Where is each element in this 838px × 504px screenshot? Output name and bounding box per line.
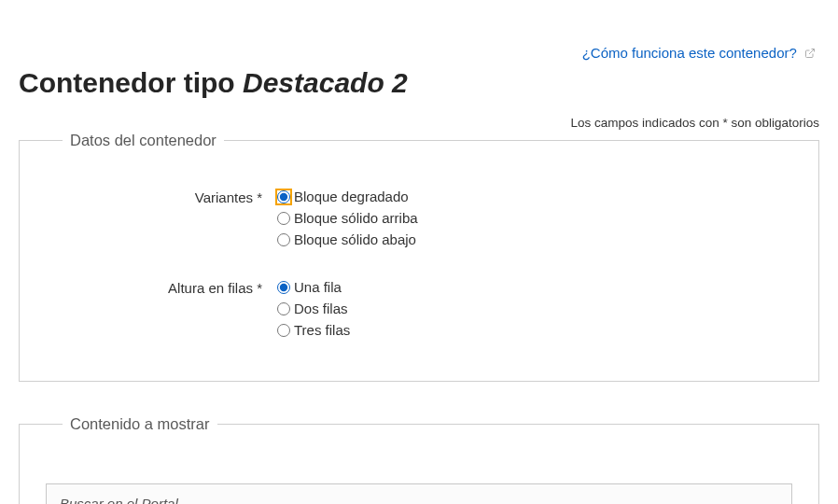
radio-altura-0-label[interactable]: Una fila: [294, 279, 342, 295]
label-altura: Altura en filas *: [46, 279, 277, 343]
svg-line-0: [809, 49, 815, 55]
page-title-pre: Contenedor tipo: [19, 67, 243, 98]
radio-altura-2-input[interactable]: [277, 324, 290, 337]
radio-altura-1-input[interactable]: [277, 302, 290, 315]
search-box[interactable]: [46, 483, 792, 504]
help-link-text: ¿Cómo funciona este contenedor?: [582, 45, 797, 61]
help-link[interactable]: ¿Cómo funciona este contenedor?: [582, 45, 816, 61]
radio-variantes-2-input[interactable]: [277, 233, 290, 246]
required-note: Los campos indicados con * son obligator…: [19, 116, 819, 130]
radio-variantes-1-input[interactable]: [277, 212, 290, 225]
legend-contenido: Contenido a mostrar: [63, 415, 217, 433]
radio-altura-0[interactable]: Una fila: [277, 279, 792, 295]
search-input[interactable]: [60, 496, 778, 504]
legend-datos: Datos del contenedor: [63, 132, 224, 149]
radio-altura-0-input[interactable]: [277, 281, 290, 294]
radio-variantes-1-label[interactable]: Bloque sólido arriba: [294, 210, 418, 226]
help-link-container: ¿Cómo funciona este contenedor?: [19, 0, 819, 62]
row-variantes: Variantes * Bloque degradado Bloque sóli…: [46, 189, 792, 253]
radio-variantes-1[interactable]: Bloque sólido arriba: [277, 210, 792, 226]
radio-variantes-2-label[interactable]: Bloque sólido abajo: [294, 231, 416, 247]
radio-variantes-2[interactable]: Bloque sólido abajo: [277, 231, 792, 247]
radio-variantes-0[interactable]: Bloque degradado: [277, 189, 792, 204]
page-title-emph: Destacado 2: [243, 67, 408, 98]
fieldset-contenido-mostrar: Contenido a mostrar: [19, 415, 819, 504]
radio-altura-1-label[interactable]: Dos filas: [294, 301, 348, 316]
page-title: Contenedor tipo Destacado 2: [19, 67, 819, 99]
radio-variantes-0-label[interactable]: Bloque degradado: [294, 189, 409, 204]
external-link-icon: [804, 46, 816, 62]
options-variantes: Bloque degradado Bloque sólido arriba Bl…: [277, 189, 792, 253]
radio-altura-2[interactable]: Tres filas: [277, 322, 792, 338]
radio-variantes-0-input[interactable]: [277, 190, 290, 203]
row-altura: Altura en filas * Una fila Dos filas Tre…: [46, 279, 792, 343]
options-altura: Una fila Dos filas Tres filas: [277, 279, 792, 343]
label-variantes: Variantes *: [46, 189, 277, 253]
radio-altura-2-label[interactable]: Tres filas: [294, 322, 350, 338]
radio-altura-1[interactable]: Dos filas: [277, 301, 792, 316]
fieldset-datos-contenedor: Datos del contenedor Variantes * Bloque …: [19, 132, 819, 382]
